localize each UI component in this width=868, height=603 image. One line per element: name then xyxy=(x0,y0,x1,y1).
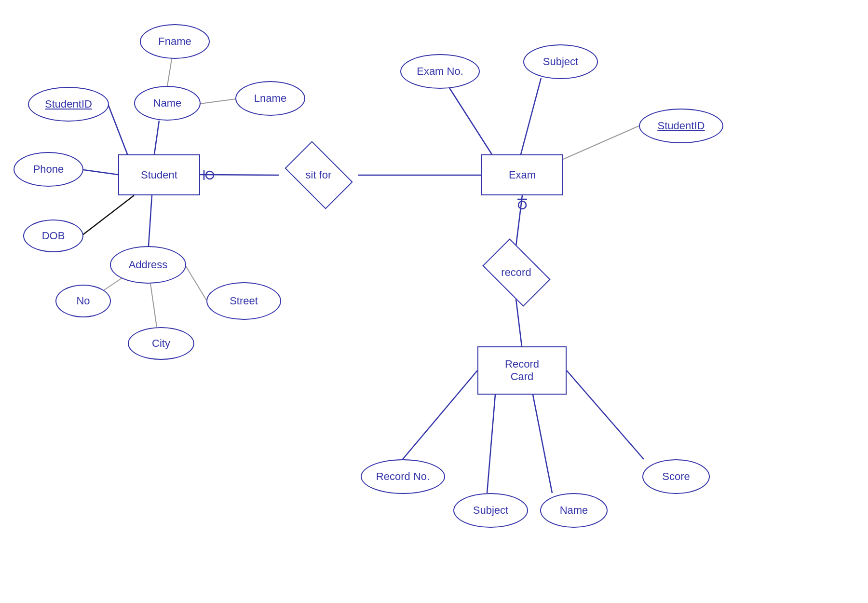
ellipse-dob: DOB xyxy=(23,219,83,252)
entity-recordcard: RecordCard xyxy=(477,346,567,395)
ellipse-studentid: StudentID xyxy=(28,87,109,122)
diamond-sitfor: sit for xyxy=(279,149,358,202)
ellipse-fname: Fname xyxy=(140,24,210,59)
ellipse-subject-rc: Subject xyxy=(453,493,528,528)
ellipse-address: Address xyxy=(110,246,186,284)
ellipse-name-rc: Name xyxy=(540,493,608,528)
entity-exam: Exam xyxy=(481,154,563,195)
ellipse-city: City xyxy=(128,327,194,360)
entity-student: Student xyxy=(118,154,200,195)
diagram-lines xyxy=(0,0,868,603)
ellipse-lname: Lname xyxy=(235,81,305,116)
ellipse-subject-exam: Subject xyxy=(523,44,598,79)
ellipse-score: Score xyxy=(642,459,710,494)
ellipse-examno: Exam No. xyxy=(400,54,480,89)
ellipse-name: Name xyxy=(134,86,201,121)
ellipse-studentid2: StudentID xyxy=(639,109,723,143)
ellipse-phone: Phone xyxy=(14,152,83,187)
diamond-record: record xyxy=(476,246,556,299)
ellipse-street: Street xyxy=(206,282,281,320)
ellipse-no: No xyxy=(55,285,111,317)
ellipse-recordno: Record No. xyxy=(361,459,445,494)
er-diagram: Student Fname Name Lname StudentID Phone… xyxy=(0,0,868,603)
